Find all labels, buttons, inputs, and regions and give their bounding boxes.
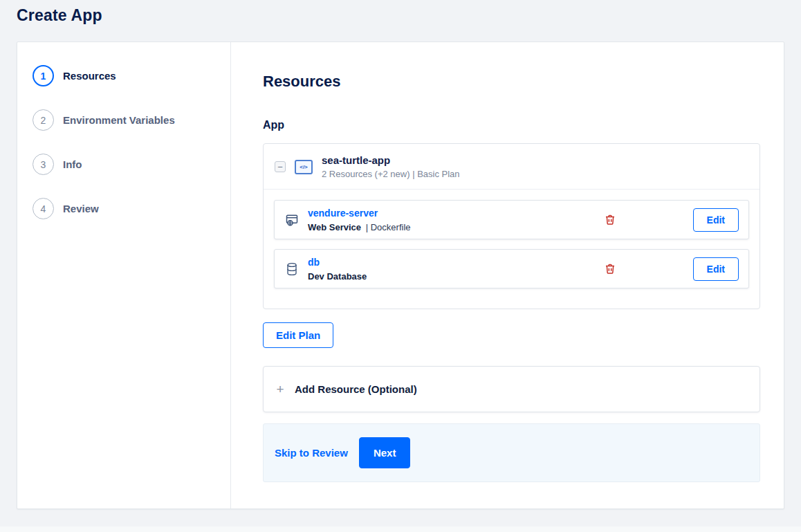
wizard-main-panel: Resources App − </> sea-turtle-app 2 Res…	[232, 42, 784, 508]
resource-type: Dev Database	[308, 271, 367, 282]
stepper-step-environment-variables[interactable]: 2 Environment Variables	[17, 102, 230, 138]
step-label: Info	[63, 158, 82, 170]
stepper-step-review[interactable]: 4 Review	[17, 190, 230, 227]
trash-icon[interactable]	[603, 262, 617, 276]
collapse-icon[interactable]: −	[275, 161, 286, 172]
edit-plan-button[interactable]: Edit Plan	[263, 322, 333, 348]
trash-icon[interactable]	[603, 212, 617, 227]
page-bottom-strip	[0, 526, 801, 532]
stepper-step-resources[interactable]: 1 Resources	[17, 57, 230, 94]
step-number-badge: 2	[33, 109, 54, 131]
add-resource-card[interactable]: + Add Resource (Optional)	[263, 366, 760, 412]
resource-row-vendure-server: vendure-server Web Service | Dockerfile	[274, 200, 749, 239]
resource-type-line: Dev Database	[308, 271, 603, 282]
web-service-icon	[284, 213, 300, 227]
resource-type-line: Web Service | Dockerfile	[308, 222, 603, 232]
step-label: Review	[63, 203, 99, 214]
create-app-card: 1 Resources 2 Environment Variables 3 In…	[17, 42, 784, 509]
step-number-badge: 3	[33, 154, 54, 175]
next-button[interactable]: Next	[359, 437, 411, 468]
resource-detail: | Dockerfile	[366, 222, 411, 232]
database-icon	[284, 262, 300, 276]
app-section-label: App	[263, 119, 760, 131]
wizard-footer: Skip to Review Next	[263, 423, 760, 482]
page-title: Create App	[17, 6, 102, 25]
code-icon: </>	[295, 160, 313, 174]
plus-icon: +	[275, 385, 286, 394]
app-group-card: − </> sea-turtle-app 2 Resources (+2 new…	[263, 143, 760, 309]
step-number-badge: 4	[33, 198, 54, 219]
app-name: sea-turtle-app	[322, 154, 460, 166]
add-resource-label: Add Resource (Optional)	[295, 383, 417, 395]
wizard-stepper: 1 Resources 2 Environment Variables 3 In…	[17, 42, 231, 508]
resource-info: vendure-server Web Service | Dockerfile	[308, 207, 603, 232]
resource-rows: vendure-server Web Service | Dockerfile	[264, 190, 759, 309]
resources-heading: Resources	[263, 73, 760, 91]
edit-button[interactable]: Edit	[693, 257, 739, 281]
stepper-step-info[interactable]: 3 Info	[17, 146, 230, 183]
resource-info: db Dev Database	[308, 256, 603, 282]
app-summary: 2 Resources (+2 new) | Basic Plan	[322, 169, 460, 179]
step-label: Resources	[63, 70, 116, 82]
resource-type: Web Service	[308, 222, 361, 232]
edit-button[interactable]: Edit	[693, 208, 739, 232]
step-label: Environment Variables	[63, 114, 175, 126]
app-group-header: − </> sea-turtle-app 2 Resources (+2 new…	[264, 144, 759, 190]
step-number-badge: 1	[33, 65, 54, 86]
app-title-block: sea-turtle-app 2 Resources (+2 new) | Ba…	[322, 154, 460, 179]
resource-name-link[interactable]: vendure-server	[308, 208, 378, 219]
resource-row-db: db Dev Database	[274, 249, 749, 288]
resource-name-link[interactable]: db	[308, 257, 320, 268]
skip-to-review-link[interactable]: Skip to Review	[275, 447, 348, 459]
